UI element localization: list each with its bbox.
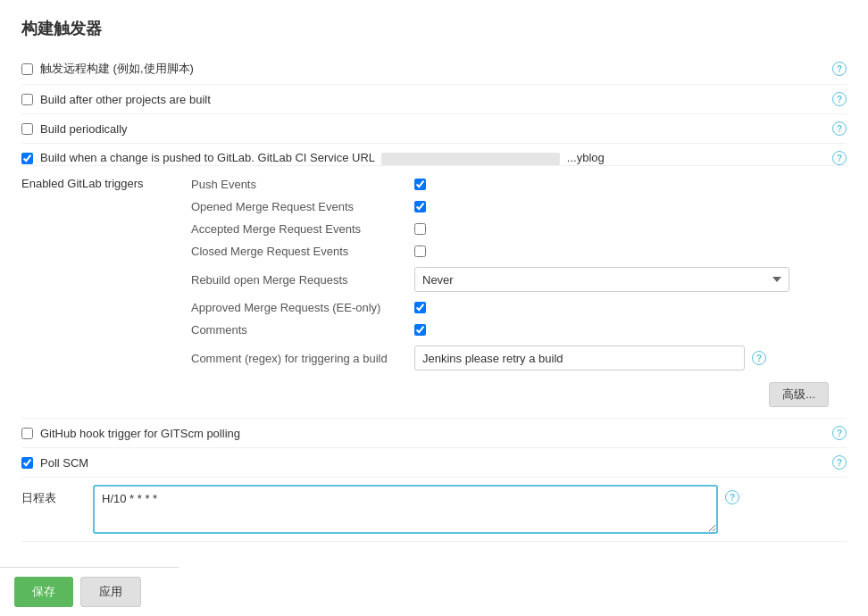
trigger-row-gitlab: Build when a change is pushed to GitLab.… [21, 144, 847, 166]
schedule-block: 日程表 H/10 * * * * ? [21, 478, 847, 542]
periodically-help-icon[interactable]: ? [832, 121, 847, 136]
advanced-btn-row: 高级... [191, 375, 847, 411]
trigger-row-remote: 触发远程构建 (例如,使用脚本) ? [21, 54, 847, 85]
push-events-label: Push Events [191, 178, 414, 191]
comments-row: Comments [191, 319, 847, 341]
periodically-label: Build periodically [40, 122, 825, 136]
rebuild-row: Rebuild open Merge Requests Never On pus… [191, 262, 847, 296]
remote-trigger-label: 触发远程构建 (例如,使用脚本) [40, 61, 825, 77]
accepted-mr-label: Accepted Merge Request Events [191, 222, 414, 236]
closed-mr-label: Closed Merge Request Events [191, 245, 414, 258]
comments-label: Comments [191, 323, 414, 337]
github-hook-checkbox[interactable] [21, 428, 33, 439]
after-other-help-icon[interactable]: ? [832, 92, 847, 106]
gitlab-push-help-icon[interactable]: ? [832, 151, 847, 165]
trigger-row-after-other: Build after other projects are built ? [21, 85, 847, 114]
after-other-checkbox[interactable] [21, 94, 33, 105]
comment-regex-label: Comment (regex) for triggering a build [191, 352, 414, 365]
advanced-button[interactable]: 高级... [769, 382, 829, 407]
push-events-checkbox[interactable] [414, 179, 426, 190]
comment-regex-help-icon[interactable]: ? [752, 351, 766, 365]
poll-scm-checkbox[interactable] [21, 457, 33, 469]
gitlab-push-label: Build when a change is pushed to GitLab.… [40, 151, 825, 165]
remote-trigger-checkbox[interactable] [21, 63, 33, 75]
opened-mr-checkbox[interactable] [414, 201, 426, 212]
gitlab-push-checkbox[interactable] [21, 153, 33, 164]
github-hook-help-icon[interactable]: ? [832, 426, 847, 440]
periodically-checkbox[interactable] [21, 123, 33, 135]
rebuild-select[interactable]: Never On push to source branch On push t… [414, 267, 789, 292]
opened-mr-label: Opened Merge Request Events [191, 200, 414, 213]
save-button[interactable]: 保存 [14, 577, 73, 607]
push-events-row: Push Events [191, 173, 847, 196]
gitlab-url-mask [381, 153, 560, 165]
trigger-row-periodically: Build periodically ? [21, 114, 847, 144]
trigger-row-poll-scm: Poll SCM ? [21, 448, 847, 478]
closed-mr-checkbox[interactable] [414, 246, 426, 257]
poll-scm-help-icon[interactable]: ? [832, 455, 847, 470]
after-other-label: Build after other projects are built [40, 93, 825, 106]
accepted-mr-checkbox[interactable] [414, 223, 426, 235]
approved-mr-label: Approved Merge Requests (EE-only) [191, 301, 414, 314]
opened-mr-row: Opened Merge Request Events [191, 196, 847, 218]
enabled-triggers-label: Enabled GitLab triggers [21, 173, 191, 190]
gitlab-triggers-block: Enabled GitLab triggers Push Events Open… [21, 166, 847, 419]
accepted-mr-row: Accepted Merge Request Events [191, 218, 847, 240]
gitlab-triggers-options: Push Events Opened Merge Request Events … [191, 173, 847, 411]
comment-regex-input[interactable] [414, 345, 745, 370]
remote-trigger-help-icon[interactable]: ? [832, 62, 847, 76]
approved-mr-checkbox[interactable] [414, 302, 426, 313]
github-hook-label: GitHub hook trigger for GITScm polling [40, 427, 825, 440]
apply-button[interactable]: 应用 [80, 577, 141, 607]
bottom-bar: 保存 应用 [0, 567, 179, 616]
comment-regex-row: Comment (regex) for triggering a build ? [191, 341, 847, 375]
page-title: 构建触发器 [21, 18, 847, 39]
poll-scm-label: Poll SCM [40, 456, 825, 470]
trigger-row-github: GitHub hook trigger for GITScm polling ? [21, 419, 847, 448]
closed-mr-row: Closed Merge Request Events [191, 240, 847, 262]
schedule-textarea[interactable]: H/10 * * * * [93, 485, 718, 534]
comments-checkbox[interactable] [414, 324, 426, 336]
approved-mr-row: Approved Merge Requests (EE-only) [191, 296, 847, 319]
rebuild-open-label: Rebuild open Merge Requests [191, 273, 414, 287]
schedule-label: 日程表 [21, 485, 93, 506]
schedule-help-icon[interactable]: ? [725, 490, 739, 504]
